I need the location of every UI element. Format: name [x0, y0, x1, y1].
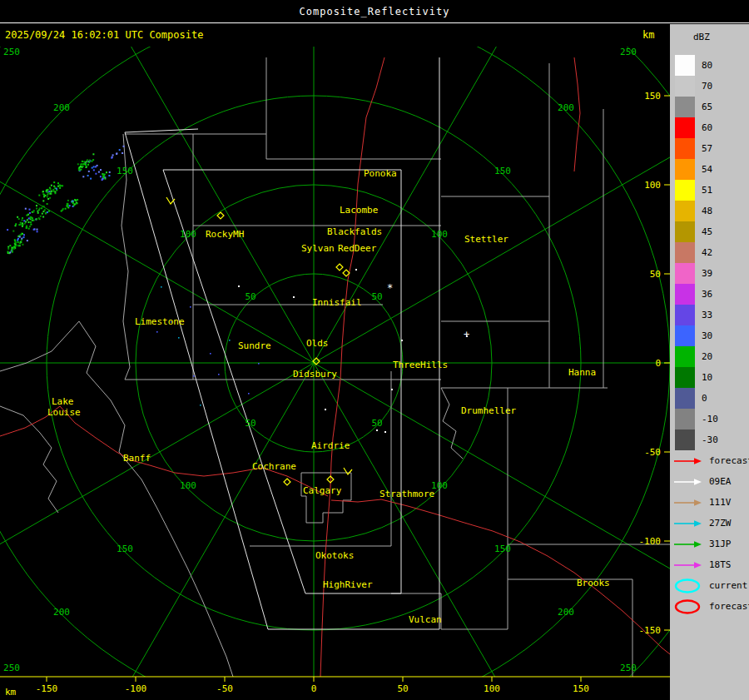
city-label-innisfail: Innisfail [312, 297, 362, 308]
dbz-swatch-48 [675, 201, 695, 221]
dbz-level-row: -10 [675, 409, 730, 429]
dbz-level-label: 42 [702, 247, 730, 258]
vector-legend-row: forecast [672, 450, 749, 471]
right-axis-tick-label: 100 [644, 180, 661, 191]
dbz-level-label: 45 [702, 226, 730, 237]
svg-text:200: 200 [53, 607, 70, 618]
dbz-level-label: -10 [702, 414, 730, 424]
dbz-swatch-33 [675, 305, 695, 325]
dbz-level-label: 20 [702, 351, 730, 362]
arrow-icon [672, 518, 706, 529]
svg-text:250: 250 [3, 47, 20, 57]
city-label-didsbury: Didsbury [293, 369, 337, 380]
vector-legend-row: 09EA [672, 471, 749, 492]
svg-text:100: 100 [431, 229, 448, 240]
svg-text:200: 200 [558, 607, 574, 618]
dbz-level-row: 51 [675, 180, 730, 201]
dbz-level-label: 30 [702, 330, 730, 341]
dbz-level-row: 33 [675, 305, 730, 325]
dbz-level-label: 48 [702, 206, 730, 216]
shape-legend-row: forecast [672, 596, 749, 617]
dbz-level-label: 36 [702, 289, 730, 300]
dbz-level-row: 80 [675, 55, 730, 76]
window-title: Composite_Reflectivity [300, 6, 450, 17]
right-axis-tick-label: 50 [650, 269, 661, 280]
timestamp-label: 2025/09/24 16:02:01 UTC Composite [5, 29, 203, 41]
vector-legend-row: 27ZW [672, 513, 749, 534]
svg-text:100: 100 [180, 480, 196, 491]
map-symbol: + [464, 329, 469, 340]
dbz-swatch-0 [675, 388, 695, 409]
city-label-calgary: Calgary [303, 485, 342, 496]
city-label-ponoka: Ponoka [364, 168, 397, 179]
dbz-level-label: 70 [702, 81, 730, 92]
dbz-swatch-65 [675, 97, 695, 117]
dbz-level-label: 39 [702, 268, 730, 279]
right-axis-tick-label: 0 [655, 358, 661, 369]
city-label-vulcan: Vulcan [409, 614, 442, 625]
dbz-level-row: 54 [675, 159, 730, 180]
svg-text:250: 250 [620, 663, 637, 673]
city-label-reddeer: RedDeer [338, 243, 377, 254]
bottom-axis-tick-label: 150 [573, 683, 589, 694]
dbz-swatch-10 [675, 367, 695, 388]
arrow-icon [672, 539, 706, 550]
city-label-olds: Olds [306, 338, 329, 349]
dbz-level-row: 36 [675, 284, 730, 305]
dbz-level-label: 33 [702, 310, 730, 320]
dbz-level-row: 42 [675, 242, 730, 263]
bottom-axis-unit-label: km [5, 687, 17, 698]
dbz-level-row: 70 [675, 76, 730, 97]
dbz-level-label: 57 [702, 143, 730, 154]
svg-text:150: 150 [117, 544, 133, 554]
dbz-level-label: 65 [702, 102, 730, 112]
city-label-lacombe: Lacombe [340, 205, 378, 216]
dbz-color-scale: 807065605754514845423936333020100-10-30 [675, 55, 730, 450]
svg-text:250: 250 [620, 47, 637, 57]
dbz-swatch--10 [675, 409, 695, 429]
shape-legend: currentforecast [672, 575, 749, 617]
svg-text:200: 200 [558, 102, 574, 113]
svg-text:250: 250 [3, 663, 20, 673]
dbz-level-row: 65 [675, 97, 730, 117]
dbz-swatch-70 [675, 76, 695, 97]
city-label-drumheller: Drumheller [461, 405, 517, 416]
radar-map-canvas[interactable]: 5050505010010010010015015015015020020020… [0, 47, 670, 700]
vector-legend-row: 31JP [672, 534, 749, 554]
city-label-airdrie: Airdrie [311, 440, 350, 451]
dbz-level-label: 10 [702, 372, 730, 383]
dbz-level-row: 10 [675, 367, 730, 388]
dbz-swatch-36 [675, 284, 695, 305]
bottom-axis-tick-label: -150 [36, 683, 58, 694]
right-axis-tick-label: -100 [639, 536, 662, 547]
arrow-icon [672, 476, 706, 488]
svg-text:100: 100 [180, 229, 196, 240]
dbz-swatch-39 [675, 263, 695, 284]
bottom-axis-tick-label: -100 [125, 683, 147, 694]
vector-label: 27ZW [709, 518, 732, 529]
dbz-level-label: 0 [702, 393, 730, 404]
city-label-banff: Banff [123, 453, 151, 464]
city-label-lake: Lake [52, 396, 74, 407]
city-label-sylvan: Sylvan [301, 243, 335, 254]
shape-legend-row: current [672, 575, 749, 596]
svg-text:150: 150 [494, 544, 511, 554]
dbz-level-row: 30 [675, 325, 730, 346]
bottom-axis-tick-label: -50 [216, 683, 233, 694]
dbz-swatch-45 [675, 221, 695, 242]
dbz-swatch--30 [675, 429, 695, 450]
city-label-highriver: HighRiver [323, 579, 373, 590]
city-label-hanna: Hanna [568, 367, 596, 378]
dbz-level-row: 20 [675, 346, 730, 367]
vector-label: 09EA [709, 476, 732, 487]
city-label-blackfalds: Blackfalds [327, 226, 382, 237]
dbz-level-label: 54 [702, 164, 730, 175]
dbz-swatch-54 [675, 159, 695, 180]
city-label-limestone: Limestone [135, 316, 185, 327]
dbz-level-label: 60 [702, 122, 730, 133]
dbz-swatch-42 [675, 242, 695, 263]
city-label-strathmore: Strathmore [379, 489, 434, 499]
ellipse-icon [672, 578, 706, 594]
city-label-threehills: ThreeHills [393, 360, 448, 370]
dbz-swatch-30 [675, 325, 695, 346]
